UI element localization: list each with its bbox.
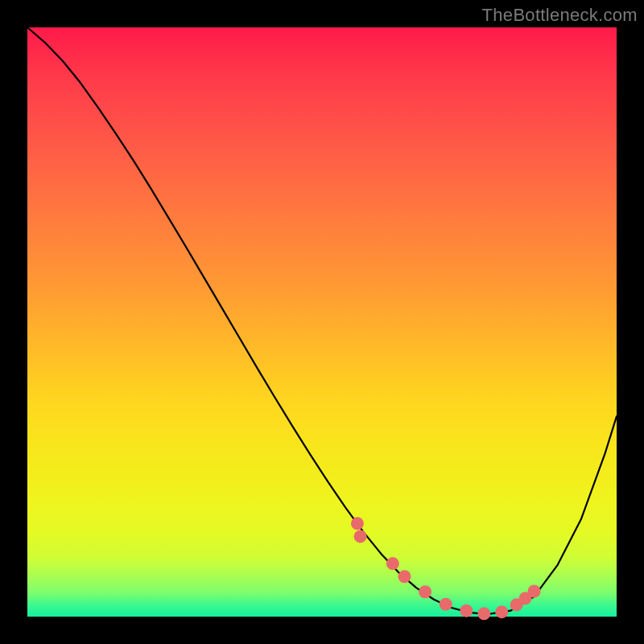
bottleneck-curve <box>27 27 617 614</box>
curve-marker-group <box>351 517 541 620</box>
curve-marker <box>398 570 411 583</box>
curve-marker <box>528 585 541 598</box>
curve-marker <box>419 585 431 598</box>
curve-marker <box>460 605 473 617</box>
curve-marker <box>495 605 508 618</box>
curve-marker <box>440 598 452 611</box>
chart-svg <box>27 27 617 617</box>
chart-frame: TheBottleneck.com <box>0 0 644 644</box>
watermark-text: TheBottleneck.com <box>482 5 638 26</box>
curve-marker <box>354 530 367 543</box>
curve-marker <box>386 557 399 570</box>
curve-marker <box>477 607 490 620</box>
curve-marker <box>351 517 364 530</box>
